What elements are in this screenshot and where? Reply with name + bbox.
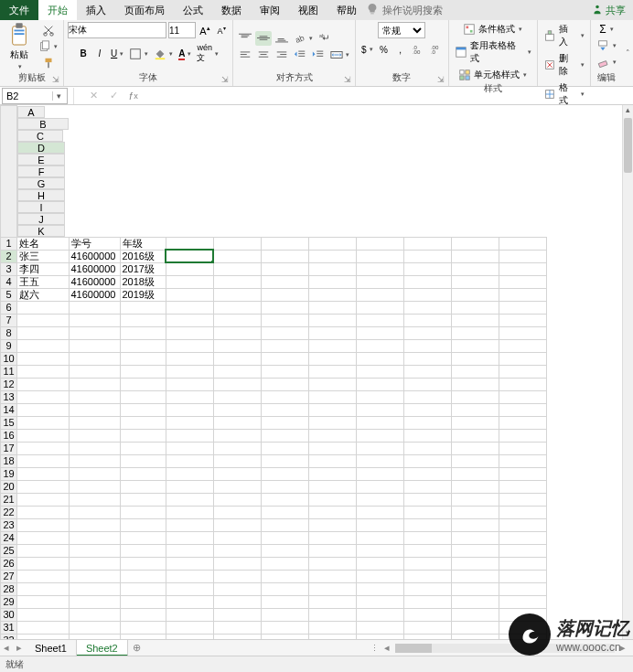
cell-G4[interactable] — [308, 275, 356, 288]
cell-G6[interactable] — [308, 301, 356, 314]
inc-decimal-button[interactable]: .0.00 — [410, 42, 426, 57]
cell-C9[interactable] — [120, 339, 166, 352]
grid[interactable]: ABCDEFGHIJK1姓名学号年级2张三416000002016级3李四416… — [0, 105, 633, 639]
cell-D10[interactable] — [166, 352, 213, 365]
cell-D11[interactable] — [166, 365, 213, 378]
cell-A7[interactable] — [17, 314, 70, 326]
cell-I32[interactable] — [403, 634, 451, 639]
row-header-26[interactable]: 26 — [1, 557, 17, 570]
row-header-25[interactable]: 25 — [1, 544, 17, 557]
cell-H23[interactable] — [356, 518, 403, 531]
cell-I3[interactable] — [403, 262, 451, 275]
cell-J14[interactable] — [451, 403, 499, 416]
cell-I20[interactable] — [403, 480, 451, 493]
cell-C26[interactable] — [120, 557, 166, 570]
tab-view[interactable]: 视图 — [289, 0, 327, 20]
cell-D12[interactable] — [166, 378, 213, 390]
cell-H24[interactable] — [356, 531, 403, 544]
cell-K26[interactable] — [499, 557, 546, 570]
cell-K9[interactable] — [499, 339, 546, 352]
cell-B8[interactable] — [69, 326, 120, 339]
cell-F14[interactable] — [261, 403, 308, 416]
cell-C18[interactable] — [120, 454, 166, 467]
cell-I24[interactable] — [403, 531, 451, 544]
cell-B30[interactable] — [69, 608, 120, 621]
row-header-16[interactable]: 16 — [1, 429, 17, 442]
cell-A31[interactable] — [17, 621, 70, 634]
cell-D19[interactable] — [166, 467, 213, 480]
cell-F4[interactable] — [261, 275, 308, 288]
cell-G10[interactable] — [308, 352, 356, 365]
cell-E16[interactable] — [213, 429, 261, 442]
bold-button[interactable]: B — [76, 47, 91, 61]
cell-D1[interactable] — [166, 237, 213, 250]
cell-J3[interactable] — [451, 262, 499, 275]
row-header-24[interactable]: 24 — [1, 531, 17, 544]
row-header-8[interactable]: 8 — [1, 326, 17, 339]
cell-C32[interactable] — [120, 634, 166, 639]
collapse-ribbon-button[interactable]: ˄ — [622, 20, 633, 86]
cell-K32[interactable] — [499, 634, 546, 639]
cell-G3[interactable] — [308, 262, 356, 275]
cell-I25[interactable] — [403, 544, 451, 557]
cell-I29[interactable] — [403, 595, 451, 608]
cell-J29[interactable] — [451, 595, 499, 608]
cell-H16[interactable] — [356, 429, 403, 442]
row-header-3[interactable]: 3 — [1, 262, 17, 275]
cell-A12[interactable] — [17, 378, 70, 390]
cell-A2[interactable]: 张三 — [17, 250, 70, 262]
cell-K16[interactable] — [499, 429, 546, 442]
cell-C25[interactable] — [120, 544, 166, 557]
tab-file[interactable]: 文件 — [0, 0, 38, 20]
cell-E30[interactable] — [213, 608, 261, 621]
phonetic-button[interactable]: wén文▾ — [195, 42, 220, 65]
cell-E13[interactable] — [213, 390, 261, 403]
font-size-combo[interactable] — [168, 22, 196, 38]
percent-button[interactable]: % — [377, 42, 392, 57]
cell-F20[interactable] — [261, 480, 308, 493]
cell-I14[interactable] — [403, 403, 451, 416]
delete-cells-button[interactable]: 删除▾ — [542, 51, 586, 79]
cell-F16[interactable] — [261, 429, 308, 442]
row-header-6[interactable]: 6 — [1, 301, 17, 314]
cell-A30[interactable] — [17, 608, 70, 621]
cell-J18[interactable] — [451, 454, 499, 467]
cell-E9[interactable] — [213, 339, 261, 352]
row-header-4[interactable]: 4 — [1, 275, 17, 288]
cell-F11[interactable] — [261, 365, 308, 378]
cell-B26[interactable] — [69, 557, 120, 570]
cell-I22[interactable] — [403, 506, 451, 518]
cell-F5[interactable] — [261, 288, 308, 301]
cell-A3[interactable]: 李四 — [17, 262, 70, 275]
grow-font-button[interactable]: A▴ — [198, 23, 212, 37]
row-header-28[interactable]: 28 — [1, 582, 17, 595]
cell-K1[interactable] — [499, 237, 546, 250]
cell-E21[interactable] — [213, 493, 261, 506]
cell-G20[interactable] — [308, 480, 356, 493]
cell-E8[interactable] — [213, 326, 261, 339]
cell-E27[interactable] — [213, 570, 261, 582]
cell-C5[interactable]: 2019级 — [120, 288, 166, 301]
cell-F10[interactable] — [261, 352, 308, 365]
cell-K29[interactable] — [499, 595, 546, 608]
cell-B28[interactable] — [69, 582, 120, 595]
cell-J20[interactable] — [451, 480, 499, 493]
cell-I13[interactable] — [403, 390, 451, 403]
cell-D27[interactable] — [166, 570, 213, 582]
cell-H5[interactable] — [356, 288, 403, 301]
cell-A9[interactable] — [17, 339, 70, 352]
cell-C2[interactable]: 2016级 — [120, 250, 166, 262]
cell-J7[interactable] — [451, 314, 499, 326]
cell-G25[interactable] — [308, 544, 356, 557]
cell-D5[interactable] — [166, 288, 213, 301]
cancel-edit-button[interactable]: ✕ — [86, 89, 101, 103]
cell-C6[interactable] — [120, 301, 166, 314]
align-middle-button[interactable] — [255, 31, 272, 46]
cell-G2[interactable] — [308, 250, 356, 262]
cell-A16[interactable] — [17, 429, 70, 442]
cell-B18[interactable] — [69, 454, 120, 467]
dialog-launcher-icon[interactable]: ⇲ — [221, 75, 231, 84]
cell-E14[interactable] — [213, 403, 261, 416]
cell-A11[interactable] — [17, 365, 70, 378]
cell-C15[interactable] — [120, 416, 166, 429]
